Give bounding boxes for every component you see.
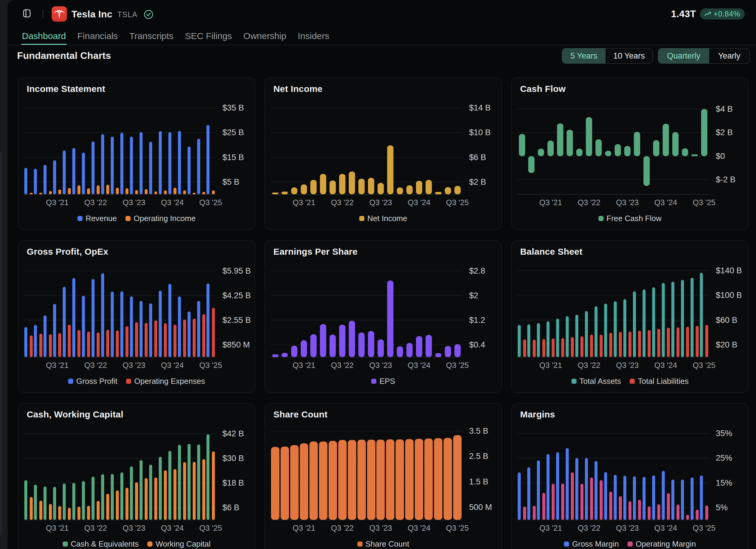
bar-cash-equivalents[interactable] — [168, 451, 171, 520]
bar-net-income[interactable] — [426, 180, 432, 194]
bar-gross-margin[interactable] — [662, 471, 665, 520]
bar-working-capital[interactable] — [135, 482, 138, 520]
bar-share-count[interactable] — [309, 442, 318, 520]
bar-cash-equivalents[interactable] — [24, 480, 27, 520]
bar-free-cash-flow[interactable] — [672, 132, 679, 156]
bar-share-count[interactable] — [290, 445, 299, 520]
legend-item-gross-profit[interactable]: Gross Profit — [68, 377, 117, 386]
legend-item-eps[interactable]: EPS — [371, 377, 395, 386]
bar-operating-income[interactable] — [77, 185, 80, 194]
bar-cash-equivalents[interactable] — [149, 465, 152, 520]
bar-operating-income[interactable] — [58, 189, 61, 194]
bar-gross-profit[interactable] — [72, 278, 75, 358]
bar-eps[interactable] — [368, 331, 374, 357]
bar-total-assets[interactable] — [700, 273, 703, 357]
bar-gross-margin[interactable] — [585, 458, 588, 520]
bar-cash-equivalents[interactable] — [188, 444, 191, 520]
bar-total-liabilities[interactable] — [552, 339, 555, 357]
bar-operating-margin[interactable] — [580, 484, 583, 520]
bar-gross-margin[interactable] — [700, 475, 703, 520]
bar-operating-expenses[interactable] — [77, 330, 80, 357]
bar-cash-equivalents[interactable] — [140, 460, 143, 520]
bar-net-income[interactable] — [397, 187, 403, 194]
bar-share-count[interactable] — [444, 438, 452, 520]
bar-operating-expenses[interactable] — [87, 332, 90, 357]
bar-revenue[interactable] — [130, 137, 133, 194]
bar-total-assets[interactable] — [556, 319, 559, 357]
bar-total-liabilities[interactable] — [523, 339, 526, 357]
bar-total-assets[interactable] — [633, 291, 636, 357]
bar-operating-income[interactable] — [183, 190, 186, 194]
bar-working-capital[interactable] — [154, 478, 157, 520]
bar-gross-profit[interactable] — [130, 297, 133, 357]
legend-item-total-assets[interactable]: Total Assets — [571, 377, 621, 386]
legend-item-operating-income[interactable]: Operating Income — [125, 214, 196, 223]
bar-working-capital[interactable] — [87, 506, 90, 520]
bar-operating-expenses[interactable] — [68, 325, 71, 357]
bar-operating-expenses[interactable] — [154, 321, 157, 357]
bar-operating-margin[interactable] — [552, 484, 555, 520]
bar-working-capital[interactable] — [125, 488, 128, 520]
bar-eps[interactable] — [272, 355, 279, 357]
bar-operating-margin[interactable] — [638, 500, 641, 520]
bar-total-assets[interactable] — [681, 280, 684, 357]
bar-cash-equivalents[interactable] — [159, 457, 162, 520]
bar-working-capital[interactable] — [30, 497, 33, 520]
bar-net-income[interactable] — [301, 184, 307, 194]
bar-total-assets[interactable] — [595, 306, 598, 357]
bar-gross-profit[interactable] — [120, 291, 123, 357]
legend-item-operating-margin[interactable]: Operating Margin — [628, 539, 696, 549]
bar-operating-margin[interactable] — [705, 505, 708, 520]
bar-free-cash-flow[interactable] — [682, 148, 688, 156]
bar-net-income[interactable] — [378, 183, 384, 194]
bar-gross-profit[interactable] — [101, 273, 104, 357]
bar-operating-margin[interactable] — [542, 493, 545, 520]
tab-dashboard[interactable]: Dashboard — [22, 29, 66, 45]
bar-share-count[interactable] — [415, 439, 423, 520]
bar-working-capital[interactable] — [77, 507, 80, 520]
bar-gross-margin[interactable] — [681, 480, 684, 520]
bar-revenue[interactable] — [92, 141, 95, 194]
bar-operating-margin[interactable] — [609, 492, 612, 520]
bar-share-count[interactable] — [348, 440, 356, 520]
bar-eps[interactable] — [282, 353, 288, 357]
bar-revenue[interactable] — [188, 146, 191, 194]
bar-total-assets[interactable] — [623, 299, 626, 357]
bar-total-assets[interactable] — [547, 321, 550, 357]
bar-gross-profit[interactable] — [63, 287, 66, 357]
bar-operating-expenses[interactable] — [125, 326, 128, 357]
bar-eps[interactable] — [349, 321, 355, 357]
legend-item-cash-equivalents[interactable]: Cash & Equivalents — [63, 539, 139, 549]
bar-operating-expenses[interactable] — [116, 330, 119, 357]
bar-gross-margin[interactable] — [691, 478, 694, 520]
bar-operating-expenses[interactable] — [193, 319, 196, 357]
bar-gross-margin[interactable] — [595, 461, 598, 520]
bar-share-count[interactable] — [357, 440, 366, 520]
bar-gross-profit[interactable] — [149, 303, 152, 357]
bar-free-cash-flow[interactable] — [519, 134, 525, 156]
bar-gross-profit[interactable] — [44, 315, 47, 357]
bar-total-liabilities[interactable] — [705, 325, 708, 358]
bar-gross-margin[interactable] — [575, 458, 578, 520]
bar-net-income[interactable] — [282, 191, 288, 194]
bar-eps[interactable] — [320, 324, 326, 357]
bar-gross-profit[interactable] — [206, 284, 209, 357]
bar-total-liabilities[interactable] — [533, 340, 536, 357]
bar-operating-expenses[interactable] — [30, 336, 33, 357]
bar-gross-margin[interactable] — [633, 476, 636, 520]
bar-gross-margin[interactable] — [527, 467, 530, 520]
bar-total-liabilities[interactable] — [676, 327, 679, 358]
bar-share-count[interactable] — [386, 439, 394, 520]
bar-operating-margin[interactable] — [696, 510, 699, 520]
tab-financials[interactable]: Financials — [77, 29, 118, 45]
bar-net-income[interactable] — [349, 171, 355, 194]
bar-operating-margin[interactable] — [667, 493, 670, 520]
bar-share-count[interactable] — [405, 439, 414, 520]
legend-item-working-capital[interactable]: Working Capital — [147, 539, 210, 549]
toggle-quarterly[interactable]: Quarterly — [658, 48, 709, 63]
bar-total-assets[interactable] — [585, 311, 588, 357]
bar-revenue[interactable] — [63, 150, 66, 194]
bar-net-income[interactable] — [272, 192, 279, 194]
bar-eps[interactable] — [397, 346, 403, 357]
bar-total-liabilities[interactable] — [619, 332, 622, 357]
